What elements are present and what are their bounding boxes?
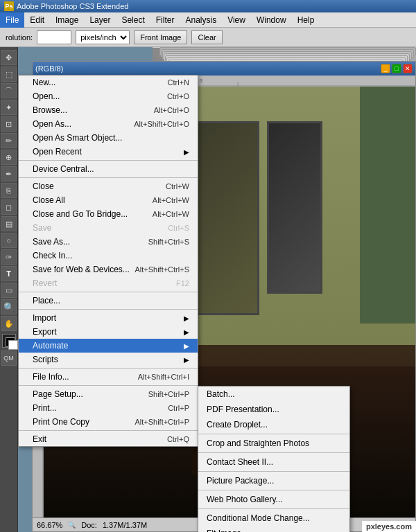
gradient-tool[interactable]: ▤ (1, 216, 17, 231)
clone-tool[interactable]: ⎘ (1, 183, 17, 198)
auto-sep2 (198, 452, 349, 453)
sep2 (19, 177, 198, 178)
brush-tool[interactable]: ✒ (1, 166, 17, 181)
menu-file-info[interactable]: File Info...Alt+Shift+Ctrl+I (19, 370, 198, 384)
menu-browse[interactable]: Browse...Alt+Ctrl+O (19, 103, 198, 117)
shape-tool[interactable]: ▭ (1, 283, 17, 298)
quick-mask-tool[interactable]: QM (1, 351, 17, 366)
doc-title-bar: (RGB/8) _ □ ✕ (33, 62, 415, 76)
doc-title-controls: _ □ ✕ (381, 64, 413, 73)
sep6 (19, 385, 198, 386)
sep7 (19, 430, 198, 431)
menu-close[interactable]: CloseCtrl+W (19, 179, 198, 193)
menu-revert: RevertF12 (19, 276, 198, 290)
menu-exit[interactable]: ExitCtrl+Q (19, 432, 198, 446)
canvas-area: (RGB/8) _ □ ✕ 1 2 3 (18, 47, 416, 532)
menu-print[interactable]: Print...Ctrl+P (19, 401, 198, 415)
minimize-button[interactable]: _ (381, 64, 390, 73)
automate-droplet[interactable]: Create Droplet... (198, 417, 349, 432)
doc-size: 1.37M/1.37M (103, 521, 147, 529)
photo-green-section (360, 87, 415, 323)
lasso-tool[interactable]: ⌒ (1, 83, 17, 98)
main-area: ✥ ⬚ ⌒ ✦ ⊡ ✏ ⊕ ✒ ⎘ ◻ ▤ ○ ✑ T ▭ 🔍 ✋ QM (0, 47, 416, 532)
marquee-tool[interactable]: ⬚ (1, 66, 17, 82)
menu-analysis[interactable]: Analysis (180, 12, 222, 28)
menu-layer[interactable]: Layer (84, 12, 116, 28)
menu-close-all[interactable]: Close AllAlt+Ctrl+W (19, 193, 198, 207)
file-menu: New...Ctrl+N Open...Ctrl+O Browse...Alt+… (18, 75, 198, 447)
automate-fit-image[interactable]: Fit Image... (198, 526, 349, 532)
automate-batch[interactable]: Batch... (198, 387, 349, 402)
automate-pdf[interactable]: PDF Presentation... (198, 402, 349, 417)
healing-tool[interactable]: ⊕ (1, 150, 17, 165)
menu-window[interactable]: Window (251, 12, 292, 28)
zoom-level: 66.67% (37, 521, 62, 529)
menu-file[interactable]: File (0, 12, 24, 28)
sep4 (19, 309, 198, 310)
toolbar: ✥ ⬚ ⌒ ✦ ⊡ ✏ ⊕ ✒ ⎘ ◻ ▤ ○ ✑ T ▭ 🔍 ✋ QM (0, 47, 18, 532)
pen-tool[interactable]: ✑ (1, 249, 17, 265)
menu-open-recent[interactable]: Open Recent▶ (19, 145, 198, 159)
watermark: pxleyes.com (362, 521, 416, 532)
app-title: Adobe Photoshop CS3 Extended (17, 2, 128, 10)
menu-filter[interactable]: Filter (150, 12, 180, 28)
crop-tool[interactable]: ⊡ (1, 116, 17, 132)
menu-save-as[interactable]: Save As...Shift+Ctrl+S (19, 235, 198, 249)
auto-sep1 (198, 434, 349, 434)
menu-open-as[interactable]: Open As...Alt+Shift+Ctrl+O (19, 117, 198, 131)
move-tool[interactable]: ✥ (1, 50, 17, 65)
automate-conditional-mode[interactable]: Conditional Mode Change... (198, 511, 349, 526)
menu-check-in[interactable]: Check In... (19, 249, 198, 263)
text-tool[interactable]: T (1, 266, 17, 281)
maximize-button[interactable]: □ (392, 64, 401, 73)
menu-image[interactable]: Image (50, 12, 84, 28)
menu-open[interactable]: Open...Ctrl+O (19, 89, 198, 103)
resolution-input[interactable] (37, 30, 71, 44)
menu-automate[interactable]: Automate▶ (19, 339, 198, 353)
menu-scripts[interactable]: Scripts▶ (19, 353, 198, 366)
sep1 (19, 160, 198, 161)
menu-new[interactable]: New...Ctrl+N (19, 76, 198, 89)
automate-crop-straighten[interactable]: Crop and Straighten Photos (198, 436, 349, 451)
zoom-icon: 🔍 (68, 522, 76, 529)
title-bar: Ps Adobe Photoshop CS3 Extended (0, 0, 416, 12)
hand-tool[interactable]: ✋ (1, 316, 17, 331)
resolution-label: rolution: (6, 33, 33, 42)
sep3 (19, 292, 198, 292)
menu-device-central[interactable]: Device Central... (19, 162, 198, 176)
menu-edit[interactable]: Edit (24, 12, 50, 28)
menu-import[interactable]: Import▶ (19, 311, 198, 325)
auto-sep4 (198, 490, 349, 490)
menu-open-smart[interactable]: Open As Smart Object... (19, 131, 198, 145)
sep5 (19, 368, 198, 369)
menu-bar: File Edit Image Layer Select Filter Anal… (0, 12, 416, 28)
auto-sep5 (198, 508, 349, 509)
clear-button[interactable]: Clear (191, 30, 222, 44)
menu-export[interactable]: Export▶ (19, 325, 198, 339)
automate-contact-sheet[interactable]: Contact Sheet II... (198, 454, 349, 470)
menu-page-setup[interactable]: Page Setup...Shift+Ctrl+P (19, 387, 198, 401)
automate-submenu: Batch... PDF Presentation... Create Drop… (198, 386, 350, 532)
magic-wand-tool[interactable]: ✦ (1, 100, 17, 115)
eyedropper-tool[interactable]: ✏ (1, 133, 17, 148)
foreground-color[interactable] (2, 334, 16, 348)
close-button[interactable]: ✕ (403, 64, 413, 73)
menu-save-web[interactable]: Save for Web & Devices...Alt+Shift+Ctrl+… (19, 263, 198, 276)
menu-help[interactable]: Help (292, 12, 320, 28)
menu-close-bridge[interactable]: Close and Go To Bridge...Alt+Ctrl+W (19, 207, 198, 221)
doc-title: (RGB/8) (35, 64, 63, 73)
zoom-tool[interactable]: 🔍 (1, 299, 17, 314)
photo-frame3 (267, 121, 322, 294)
front-image-button[interactable]: Front Image (134, 30, 187, 44)
svg-text:3: 3 (200, 78, 202, 83)
automate-picture-package[interactable]: Picture Package... (198, 473, 349, 488)
menu-view[interactable]: View (222, 12, 251, 28)
menu-place[interactable]: Place... (19, 294, 198, 308)
automate-web-gallery[interactable]: Web Photo Gallery... (198, 492, 349, 507)
menu-select[interactable]: Select (116, 12, 150, 28)
dodge-tool[interactable]: ○ (1, 233, 17, 248)
eraser-tool[interactable]: ◻ (1, 200, 17, 215)
unit-select[interactable]: pixels/inch pixels/cm (76, 30, 130, 44)
app-icon: Ps (4, 1, 14, 11)
menu-print-one-copy[interactable]: Print One CopyAlt+Shift+Ctrl+P (19, 415, 198, 429)
